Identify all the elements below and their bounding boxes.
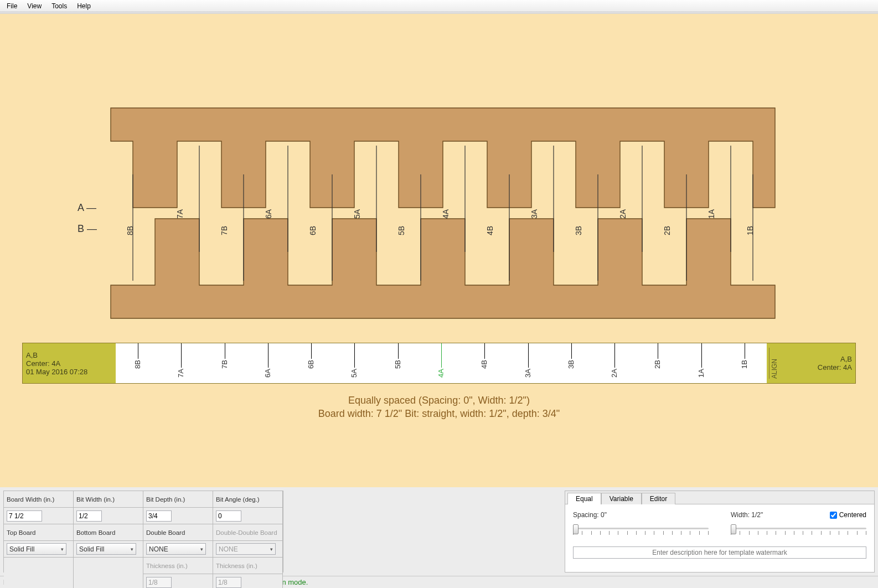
svg-text:1B: 1B — [746, 226, 755, 235]
ruler-tick — [138, 343, 138, 359]
ruler-tick-label: 1B — [740, 360, 748, 369]
ruler-tick-label: 6B — [307, 360, 315, 369]
svg-text:5A: 5A — [353, 209, 361, 219]
template-strip: A,B Center: 4A 01 May 2016 07:28 8B7A7B6… — [22, 343, 856, 384]
hdr-bit-angle: Bit Angle (deg.) — [213, 491, 283, 508]
spec-line-2: Board width: 7 1/2" Bit: straight, width… — [0, 408, 878, 420]
ruler-tick — [441, 343, 442, 368]
input-bit-angle[interactable] — [216, 510, 241, 522]
strip-left-cap: A,B Center: 4A 01 May 2016 07:28 — [23, 343, 116, 383]
svg-text:7A: 7A — [175, 209, 184, 219]
ruler-tick-label: 4A — [437, 369, 445, 378]
checkbox-centered[interactable] — [830, 512, 837, 519]
svg-text:6B: 6B — [308, 226, 317, 235]
svg-text:3B: 3B — [574, 226, 583, 235]
ruler-tick-label: 4B — [480, 360, 488, 369]
svg-text:6A: 6A — [264, 209, 273, 219]
hdr-bottom-board: Bottom Board — [74, 524, 143, 541]
ruler-tick — [354, 343, 355, 368]
svg-text:1A: 1A — [707, 209, 716, 219]
drawing-canvas[interactable]: A — B — — [0, 14, 878, 487]
ruler-tick — [658, 343, 658, 359]
control-panel: Board Width (in.) Bit Width (in.) Bit De… — [0, 487, 878, 576]
strip-left-line2: Center: 4A — [26, 359, 112, 368]
strip-right-cap: ALIGN A,B Center: 4A — [767, 343, 855, 383]
slider-spacing[interactable] — [573, 524, 709, 539]
tab-body-equal: Centered Spacing: 0" Width: 1/2" — [565, 504, 874, 572]
hdr-double-board: Double Board — [143, 524, 213, 541]
menu-file[interactable]: File — [2, 1, 22, 11]
tab-variable[interactable]: Variable — [601, 493, 642, 504]
ruler-tick-label: 8B — [133, 360, 142, 369]
svg-text:7B: 7B — [220, 226, 229, 235]
ruler-tick-label: 3B — [567, 360, 575, 369]
strip-ruler: 8B7A7B6A6B5A5B4A4B3A3B2A2B1A1B — [116, 343, 767, 383]
svg-text:5B: 5B — [397, 226, 406, 235]
menu-tools[interactable]: Tools — [47, 1, 71, 11]
svg-text:8B: 8B — [126, 226, 135, 235]
ruler-tick — [225, 343, 225, 359]
input-thickness-1 — [146, 577, 172, 588]
ruler-tick — [571, 343, 572, 359]
menu-bar: File View Tools Help — [0, 0, 878, 12]
ruler-tick-label: 6A — [264, 369, 272, 378]
input-board-width[interactable] — [7, 510, 42, 522]
slider-width[interactable] — [731, 524, 866, 539]
hdr-double-double-board: Double-Double Board — [213, 524, 283, 541]
ruler-tick — [701, 343, 702, 368]
label-spacing: Spacing: 0" — [573, 511, 709, 519]
svg-text:2B: 2B — [663, 226, 672, 235]
tab-editor[interactable]: Editor — [642, 493, 675, 504]
strip-left-line3: 01 May 2016 07:28 — [26, 368, 112, 376]
spacing-panel: Equal Variable Editor Centered Spacing: … — [565, 491, 875, 572]
ruler-tick-label: 3A — [524, 369, 532, 378]
hdr-bit-depth: Bit Depth (in.) — [143, 491, 213, 508]
ruler-tick-label: 5A — [350, 369, 358, 378]
tab-equal[interactable]: Equal — [567, 493, 601, 504]
menu-view[interactable]: View — [23, 1, 46, 11]
svg-text:4B: 4B — [486, 226, 494, 235]
select-bottom-board[interactable]: Solid Fill — [76, 543, 136, 555]
spec-line-1: Equally spaced (Spacing: 0", Width: 1/2"… — [0, 395, 878, 406]
input-description[interactable] — [573, 546, 866, 559]
ruler-tick-label: 5B — [394, 360, 402, 369]
ruler-tick — [398, 343, 399, 359]
hdr-thickness-2: Thickness (in.) — [213, 558, 283, 574]
ruler-tick — [181, 343, 182, 368]
strip-align-label: ALIGN — [769, 348, 778, 379]
ruler-tick — [484, 343, 485, 359]
ruler-tick — [311, 343, 312, 359]
hdr-thickness-1: Thickness (in.) — [143, 558, 213, 574]
ruler-tick-label: 7B — [220, 360, 229, 369]
svg-text:4A: 4A — [441, 209, 450, 219]
input-thickness-2 — [216, 577, 241, 588]
input-bit-width[interactable] — [76, 510, 102, 522]
ruler-tick-label: 7A — [177, 369, 185, 378]
spacing-tabs: Equal Variable Editor — [565, 491, 874, 504]
strip-right-line1: A,B — [770, 355, 852, 363]
label-centered: Centered — [839, 511, 866, 519]
ruler-tick — [745, 343, 745, 359]
ruler-tick-label: 1A — [697, 369, 705, 378]
hdr-board-width: Board Width (in.) — [4, 491, 74, 508]
select-top-board[interactable]: Solid Fill — [7, 543, 66, 555]
ruler-tick — [268, 343, 268, 368]
svg-text:3A: 3A — [530, 209, 539, 219]
parameter-grid: Board Width (in.) Bit Width (in.) Bit De… — [3, 491, 283, 572]
select-double-board[interactable]: NONE — [146, 543, 206, 555]
strip-left-line1: A,B — [26, 351, 112, 359]
ruler-tick-label: 2A — [610, 369, 618, 378]
menu-help[interactable]: Help — [73, 1, 95, 11]
strip-right-line2: Center: 4A — [770, 363, 852, 372]
hdr-bit-width: Bit Width (in.) — [74, 491, 143, 508]
select-double-double-board: NONE — [216, 543, 276, 555]
input-bit-depth[interactable] — [146, 510, 172, 522]
ruler-tick — [614, 343, 615, 368]
svg-text:2A: 2A — [618, 209, 627, 219]
ruler-tick — [528, 343, 529, 368]
hdr-top-board: Top Board — [4, 524, 74, 541]
ruler-tick-label: 2B — [653, 360, 662, 369]
